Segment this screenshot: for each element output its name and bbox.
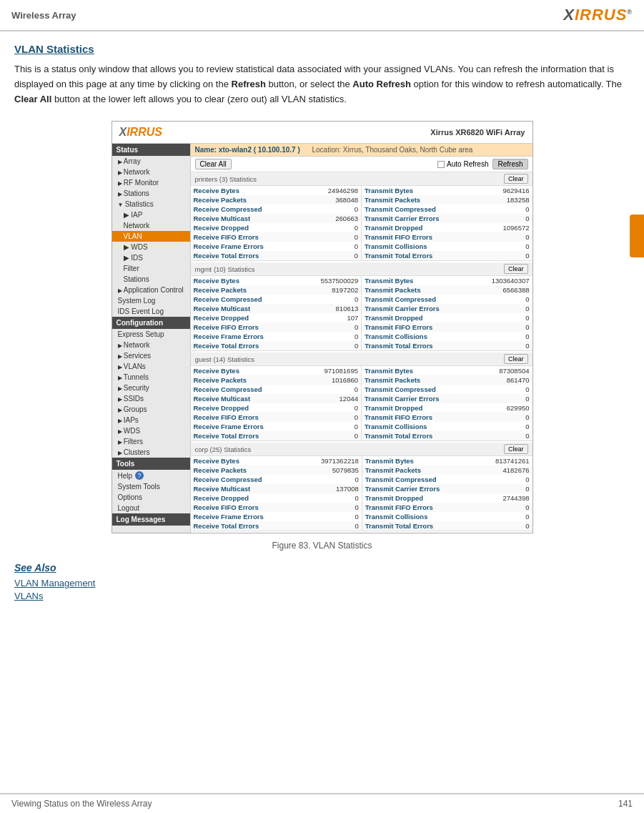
logo-container: XIRRUS® bbox=[563, 6, 633, 24]
rx-label: Receive Packets bbox=[191, 465, 310, 475]
table-row: Receive Frame Errors 0 Transmit Collisio… bbox=[191, 512, 532, 521]
tx-value: 0 bbox=[480, 295, 532, 304]
tx-value: 0 bbox=[480, 304, 532, 313]
tx-label: Transmit FIFO Errors bbox=[362, 503, 481, 512]
stats-section-header: corp (25) StatisticsClear bbox=[191, 443, 532, 456]
table-row: Receive Packets 5079835 Transmit Packets… bbox=[191, 465, 532, 475]
tx-value: 0 bbox=[481, 232, 532, 242]
see-also-link[interactable]: VLAN Management bbox=[14, 578, 630, 588]
stats-clear-button[interactable]: Clear bbox=[504, 444, 528, 454]
ss-main: Name: xto-wlan2 ( 10.100.10.7 ) Location… bbox=[191, 144, 532, 533]
sidebar-item-iap[interactable]: ▶ IAP bbox=[112, 210, 190, 220]
rx-label: Receive Dropped bbox=[191, 223, 310, 232]
sidebar-item-idseventlog[interactable]: IDS Event Log bbox=[112, 306, 190, 317]
tx-value: 2744398 bbox=[481, 493, 532, 503]
sidebar-item-ssids[interactable]: SSIDs bbox=[112, 393, 190, 404]
stats-clear-button[interactable]: Clear bbox=[504, 354, 528, 364]
ss-name-bar: Name: xto-wlan2 ( 10.100.10.7 ) Location… bbox=[191, 144, 532, 157]
refresh-button[interactable]: Refresh bbox=[492, 159, 527, 169]
sidebar-item-help[interactable]: Help ? bbox=[112, 470, 190, 481]
table-row: Receive Bytes 24946298 Transmit Bytes 96… bbox=[191, 186, 532, 195]
rx-label: Receive Total Errors bbox=[191, 341, 309, 350]
rx-value: 3971362218 bbox=[309, 456, 362, 465]
sidebar-item-stations[interactable]: Stations bbox=[112, 188, 190, 199]
tx-label: Transmit Total Errors bbox=[361, 431, 480, 440]
rx-value: 107 bbox=[309, 313, 362, 322]
ss-sidebar-section-tools: Tools bbox=[112, 458, 190, 470]
sidebar-item-iaps[interactable]: IAPs bbox=[112, 415, 190, 425]
rx-value: 0 bbox=[309, 503, 362, 512]
ss-header: XIRRUS Xirrus XR6820 WiFi Array bbox=[112, 122, 532, 144]
rx-value: 24946298 bbox=[310, 186, 362, 195]
sidebar-item-tunnels[interactable]: Tunnels bbox=[112, 372, 190, 383]
rx-label: Receive Bytes bbox=[191, 456, 310, 465]
sidebar-item-ids[interactable]: ▶ IDS bbox=[112, 252, 190, 263]
tx-value: 629950 bbox=[481, 403, 532, 413]
sidebar-item-options[interactable]: Options bbox=[112, 492, 190, 503]
sidebar-item-statistics[interactable]: Statistics bbox=[112, 199, 190, 210]
rx-label: Receive FIFO Errors bbox=[191, 413, 310, 422]
rx-value: 1016860 bbox=[310, 375, 362, 385]
sidebar-item-network3[interactable]: Network bbox=[112, 340, 190, 350]
tx-label: Transmit FIFO Errors bbox=[361, 232, 480, 242]
tx-label: Transmit Bytes bbox=[362, 276, 480, 285]
sidebar-item-services[interactable]: Services bbox=[112, 350, 190, 361]
sidebar-item-array[interactable]: Array bbox=[112, 156, 190, 167]
table-row: Receive Bytes 971081695 Transmit Bytes 8… bbox=[191, 366, 532, 375]
sidebar-item-network[interactable]: Network bbox=[112, 167, 190, 177]
sidebar-item-vlan[interactable]: VLAN bbox=[112, 231, 190, 242]
rx-label: Receive Dropped bbox=[191, 493, 310, 503]
auto-refresh-checkbox[interactable] bbox=[437, 161, 445, 168]
logo-icon: XIRRUS® bbox=[563, 6, 633, 24]
ss-device-name: Xirrus XR6820 WiFi Array bbox=[430, 128, 525, 137]
table-row: Receive Total Errors 0 Transmit Total Er… bbox=[191, 521, 532, 531]
table-row: Receive FIFO Errors 0 Transmit FIFO Erro… bbox=[191, 232, 532, 242]
rx-value: 260663 bbox=[310, 214, 362, 223]
see-also-link[interactable]: VLANs bbox=[14, 591, 630, 601]
sidebar-item-logout[interactable]: Logout bbox=[112, 503, 190, 513]
sidebar-item-rfmonitor[interactable]: RF Monitor bbox=[112, 177, 190, 188]
clear-all-button[interactable]: Clear All bbox=[195, 159, 232, 169]
rx-label: Receive Frame Errors bbox=[191, 512, 310, 521]
sidebar-item-vlans[interactable]: VLANs bbox=[112, 361, 190, 372]
stats-section: guest (14) StatisticsClear Receive Bytes… bbox=[191, 353, 532, 441]
tx-value: 0 bbox=[481, 512, 532, 521]
sidebar-item-appcontrol[interactable]: Application Control bbox=[112, 285, 190, 295]
rx-value: 0 bbox=[310, 385, 362, 394]
ss-toolbar: Clear All Auto Refresh Refresh bbox=[191, 157, 532, 172]
tx-value: 0 bbox=[481, 251, 532, 260]
rx-value: 0 bbox=[309, 521, 362, 531]
tx-label: Transmit Collisions bbox=[361, 422, 480, 431]
sidebar-item-syslog[interactable]: System Log bbox=[112, 295, 190, 306]
sidebar-item-security[interactable]: Security bbox=[112, 383, 190, 393]
table-row: Receive Dropped 107 Transmit Dropped 0 bbox=[191, 313, 532, 322]
table-row: Receive Multicast 260663 Transmit Carrie… bbox=[191, 214, 532, 223]
rx-label: Receive Compressed bbox=[191, 475, 310, 484]
sidebar-item-filters[interactable]: Filters bbox=[112, 436, 190, 447]
rx-value: 0 bbox=[309, 295, 362, 304]
sidebar-item-filter[interactable]: Filter bbox=[112, 263, 190, 274]
ss-sidebar: Status Array Network RF Monitor Stations… bbox=[112, 144, 191, 533]
rx-label: Receive FIFO Errors bbox=[191, 322, 309, 332]
table-row: Receive Multicast 137008 Transmit Carrie… bbox=[191, 484, 532, 493]
sidebar-item-network2[interactable]: Network bbox=[112, 220, 190, 231]
tx-label: Transmit FIFO Errors bbox=[362, 322, 480, 332]
tx-label: Transmit Dropped bbox=[362, 313, 480, 322]
sidebar-item-wds2[interactable]: WDS bbox=[112, 425, 190, 436]
description: This is a status only window that allows… bbox=[14, 62, 630, 107]
sidebar-item-stations2[interactable]: Stations bbox=[112, 274, 190, 285]
rx-label: Receive Compressed bbox=[191, 385, 310, 394]
sidebar-item-clusters[interactable]: Clusters bbox=[112, 447, 190, 458]
rx-value: 0 bbox=[309, 341, 362, 350]
stats-clear-button[interactable]: Clear bbox=[504, 174, 528, 184]
sidebar-item-wds[interactable]: ▶ WDS bbox=[112, 242, 190, 252]
sidebar-item-groups[interactable]: Groups bbox=[112, 404, 190, 415]
tx-label: Transmit Carrier Errors bbox=[361, 394, 480, 403]
sidebar-item-expresssetup[interactable]: Express Setup bbox=[112, 329, 190, 340]
sidebar-item-systemtools[interactable]: System Tools bbox=[112, 481, 190, 492]
rx-value: 0 bbox=[309, 332, 362, 341]
rx-value: 0 bbox=[310, 205, 362, 214]
table-row: Receive FIFO Errors 0 Transmit FIFO Erro… bbox=[191, 503, 532, 512]
page-header: Wireless Array XIRRUS® bbox=[0, 0, 644, 31]
stats-clear-button[interactable]: Clear bbox=[504, 264, 528, 274]
